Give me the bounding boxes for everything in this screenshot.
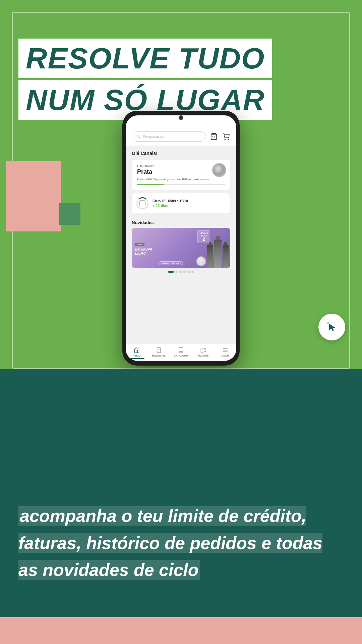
top-section: RESOLVE TUDO NUM SÓ LUGAR — [0, 0, 362, 369]
greeting-text: Olá Canais! — [132, 151, 158, 156]
search-icon — [136, 134, 141, 139]
level-progress-text: Faltam €300.00 para atingires o nível RU… — [137, 177, 225, 181]
dot-4[interactable] — [183, 271, 186, 273]
progress-bar-bg — [137, 184, 225, 185]
wishlist-button[interactable] — [209, 132, 218, 141]
svg-point-3 — [225, 139, 225, 140]
phone-camera — [179, 115, 183, 120]
banner-cta-button[interactable]: QUERO TODOS! ► — [159, 261, 183, 265]
menu-icon — [222, 347, 229, 354]
bottom-text-area: acompanha o teu limite de crédito, fatur… — [18, 502, 344, 584]
nav-inicio[interactable]: INÍCIO — [126, 344, 148, 361]
nav-catalogo[interactable]: CATÁLOGO — [170, 344, 192, 361]
product-round-icon — [196, 256, 206, 266]
novidades-title: Novidades — [132, 220, 230, 225]
banner-cta-text: QUERO TODOS! ► — [162, 262, 180, 264]
nav-materiais-label: MATERIAIS — [152, 355, 166, 357]
novidades-section: Novidades NOVO natúoSPA LILAC LEVA 3 — [126, 217, 236, 275]
headline-text-1: RESOLVE TUDO — [26, 42, 265, 75]
nav-pedidos[interactable]: PEDIDOS — [192, 344, 214, 361]
phone-outer: Pesquisar por ... — [122, 111, 240, 366]
level-card[interactable]: O teu nível é Prata Faltam €300.00 para … — [132, 160, 230, 190]
banner-products — [196, 229, 229, 268]
bottom-pink-bar — [0, 617, 362, 644]
level-badge-icon — [212, 163, 226, 177]
cycle-info: Ciclo 10: 18/09 a 15/10 + 12 dias — [153, 199, 188, 208]
svg-point-16 — [327, 322, 329, 324]
nav-menu-label: MENU — [222, 355, 229, 357]
svg-point-0 — [137, 135, 139, 137]
bottom-text-content: acompanha o teu limite de crédito, fatur… — [18, 506, 322, 580]
cart-button[interactable] — [222, 132, 230, 141]
svg-line-1 — [139, 137, 140, 138]
svg-point-4 — [228, 139, 229, 140]
product-bottle-1 — [207, 245, 213, 268]
novidades-banner[interactable]: NOVO natúoSPA LILAC LEVA 3 PAGA 2 — [132, 228, 230, 268]
phone-mockup: Pesquisar por ... — [122, 111, 240, 366]
product-bottle-3 — [223, 245, 229, 268]
cycle-days: + 12 dias — [153, 204, 188, 208]
banner-text-area: NOVO natúoSPA LILAC — [132, 237, 156, 259]
headline-line1: RESOLVE TUDO — [18, 39, 272, 78]
dot-5[interactable] — [187, 271, 190, 273]
search-box[interactable]: Pesquisar por ... — [132, 131, 206, 142]
cursor-button[interactable] — [318, 314, 345, 340]
nav-underline — [129, 358, 144, 359]
dot-2[interactable] — [175, 271, 178, 273]
progress-bar-fill — [137, 184, 164, 185]
dot-1[interactable] — [168, 271, 174, 273]
banner-brand-line2: LILAC — [135, 251, 146, 255]
level-label: O teu nível é — [137, 164, 225, 168]
banner-brand: natúoSPA LILAC — [135, 247, 153, 255]
carousel-dots — [132, 271, 230, 273]
cycle-title: Ciclo 10: 18/09 a 15/10 — [153, 199, 188, 203]
bottom-text: acompanha o teu limite de crédito, fatur… — [18, 502, 344, 584]
level-name: Prata — [137, 168, 225, 175]
nav-pedidos-label: PEDIDOS — [197, 355, 209, 357]
headline-area: RESOLVE TUDO NUM SÓ LUGAR — [18, 39, 272, 120]
cycle-icon — [136, 197, 148, 209]
cart-icon — [222, 133, 230, 140]
cycle-calendar-icon — [139, 200, 145, 206]
phone-screen: Pesquisar por ... — [126, 115, 236, 361]
app-content: Pesquisar por ... — [126, 115, 236, 361]
dot-6[interactable] — [191, 271, 194, 273]
app-bottom-nav: INÍCIO MATERIAIS — [126, 344, 236, 361]
nav-catalogo-label: CATÁLOGO — [174, 355, 188, 357]
nav-materiais[interactable]: MATERIAIS — [148, 344, 170, 361]
bottom-section: acompanha o teu limite de crédito, fatur… — [0, 369, 362, 644]
banner-brand-line1: natúoSPA — [135, 247, 153, 251]
green-decoration — [59, 203, 80, 225]
home-icon — [133, 347, 140, 354]
catalog-icon — [178, 347, 184, 354]
svg-rect-5 — [157, 348, 161, 353]
nav-menu[interactable]: MENU — [214, 344, 236, 361]
product-bottle-2 — [214, 239, 222, 268]
banner-novo-badge: NOVO — [135, 243, 144, 246]
basket-icon — [210, 133, 218, 140]
materials-icon — [156, 347, 162, 354]
orders-icon — [200, 347, 206, 354]
greeting-area: Olá Canais! — [126, 146, 236, 160]
dot-3[interactable] — [179, 271, 182, 273]
search-placeholder-text: Pesquisar por ... — [143, 135, 170, 139]
cycle-card[interactable]: Ciclo 10: 18/09 a 15/10 + 12 dias — [132, 193, 230, 213]
cursor-icon — [325, 320, 339, 334]
pink-decoration — [6, 161, 61, 231]
nav-inicio-label: INÍCIO — [133, 355, 140, 357]
